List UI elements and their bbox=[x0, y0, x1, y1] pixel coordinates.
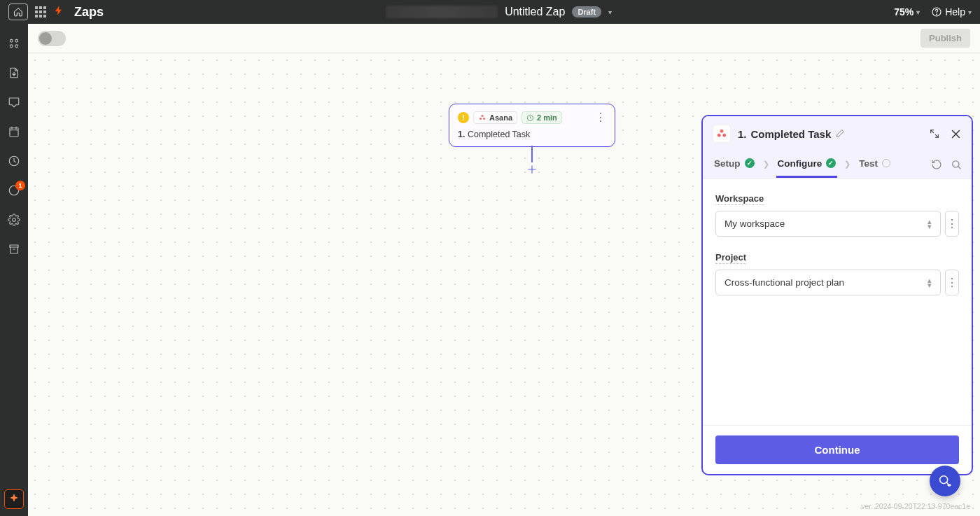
panel-title-text: Completed Task bbox=[751, 128, 832, 140]
time-chip-label: 2 min bbox=[537, 113, 557, 122]
chevron-right-icon: ❯ bbox=[763, 160, 769, 169]
assistant-fab[interactable] bbox=[930, 466, 960, 496]
updown-icon: ▴▾ bbox=[927, 278, 932, 288]
help-icon bbox=[931, 6, 942, 18]
zoom-value: 75% bbox=[894, 6, 913, 18]
field-project: Project Cross-functional project plan ▴▾… bbox=[715, 251, 959, 295]
header-section-title: Zaps bbox=[74, 5, 104, 20]
edit-icon[interactable] bbox=[835, 129, 845, 139]
svg-point-13 bbox=[483, 118, 485, 120]
panel-header: 1. Completed Task bbox=[703, 116, 972, 150]
undo-icon[interactable] bbox=[931, 159, 942, 170]
sidebar-item-archive[interactable] bbox=[7, 242, 21, 256]
svg-rect-10 bbox=[10, 245, 18, 247]
step-node-1[interactable]: ! Asana 2 min ⋮ 1. Completed Task bbox=[449, 104, 615, 147]
canvas[interactable]: ! Asana 2 min ⋮ 1. Completed Task 1. bbox=[28, 53, 980, 516]
node-step-number: 1. bbox=[458, 130, 465, 139]
chevron-down-icon: ▾ bbox=[968, 8, 972, 16]
node-step-title: Completed Task bbox=[468, 130, 530, 139]
workspace-more-button[interactable]: ⋮ bbox=[945, 211, 959, 237]
empty-status-icon bbox=[882, 159, 890, 167]
svg-point-15 bbox=[720, 130, 724, 133]
warning-icon: ! bbox=[458, 112, 469, 123]
workspace-label: Workspace bbox=[715, 193, 764, 205]
tab-configure-label: Configure bbox=[778, 158, 822, 169]
sidebar-item-comments[interactable] bbox=[7, 95, 21, 109]
apps-grid-icon[interactable] bbox=[35, 6, 46, 18]
check-icon: ✓ bbox=[745, 158, 755, 168]
config-panel: 1. Completed Task Setup ✓ ❯ Configure ✓ … bbox=[701, 115, 973, 475]
version-text: ver. 2024-09-20T22:13-970eac1e bbox=[861, 502, 970, 510]
workspace-select[interactable]: My workspace ▴▾ bbox=[715, 211, 941, 237]
project-value: Cross-functional project plan bbox=[724, 277, 844, 288]
chevron-down-icon[interactable]: ▾ bbox=[608, 8, 612, 16]
sidebar-item-alerts[interactable]: 1 bbox=[7, 183, 21, 197]
chat-ai-icon bbox=[937, 473, 953, 489]
sidebar-item-export[interactable] bbox=[7, 66, 21, 80]
toggle-knob bbox=[39, 32, 52, 45]
asana-icon bbox=[715, 127, 728, 140]
zap-name[interactable]: Untitled Zap bbox=[505, 6, 565, 18]
check-icon: ✓ bbox=[826, 158, 836, 168]
chevron-right-icon: ❯ bbox=[844, 160, 850, 169]
home-button[interactable] bbox=[8, 4, 28, 20]
project-more-button[interactable]: ⋮ bbox=[945, 270, 959, 295]
svg-point-11 bbox=[481, 115, 483, 117]
continue-button[interactable]: Continue bbox=[715, 435, 959, 464]
enable-toggle[interactable] bbox=[38, 31, 66, 46]
sidebar-ai-button[interactable] bbox=[4, 489, 24, 509]
home-icon bbox=[13, 7, 23, 17]
app-chip-asana: Asana bbox=[473, 111, 517, 124]
sub-toolbar: Publish bbox=[28, 24, 980, 53]
panel-header-actions bbox=[929, 128, 962, 140]
close-icon[interactable] bbox=[950, 128, 962, 140]
svg-rect-6 bbox=[10, 128, 18, 137]
alert-badge: 1 bbox=[15, 181, 25, 190]
tab-setup-label: Setup bbox=[714, 158, 741, 169]
sidebar-item-settings[interactable] bbox=[7, 213, 21, 227]
header-center: Untitled Zap Draft ▾ bbox=[104, 6, 894, 18]
tab-test[interactable]: Test bbox=[858, 151, 892, 178]
help-button[interactable]: Help ▾ bbox=[931, 6, 972, 18]
tab-setup[interactable]: Setup ✓ bbox=[713, 151, 756, 178]
panel-body: Workspace My workspace ▴▾ ⋮ Project Cros… bbox=[703, 179, 972, 425]
svg-point-12 bbox=[479, 118, 482, 120]
publish-button[interactable]: Publish bbox=[920, 29, 970, 48]
updown-icon: ▴▾ bbox=[927, 219, 932, 229]
panel-tabs: Setup ✓ ❯ Configure ✓ ❯ Test bbox=[703, 150, 972, 179]
workspace-value: My workspace bbox=[724, 218, 785, 229]
project-select[interactable]: Cross-functional project plan ▴▾ bbox=[715, 270, 941, 295]
project-label: Project bbox=[715, 252, 746, 264]
asana-icon bbox=[478, 113, 486, 122]
left-sidebar: 1 bbox=[0, 24, 28, 516]
sidebar-item-calendar[interactable] bbox=[7, 125, 21, 139]
sidebar-item-overview[interactable] bbox=[7, 36, 21, 50]
header-left: Zaps bbox=[8, 4, 104, 20]
svg-point-4 bbox=[10, 45, 13, 48]
clock-icon bbox=[526, 114, 534, 122]
node-connector bbox=[531, 146, 533, 162]
app-header: Zaps Untitled Zap Draft ▾ 75% ▾ Help ▾ bbox=[0, 0, 980, 24]
panel-app-icon bbox=[713, 125, 731, 143]
add-step-button[interactable] bbox=[525, 162, 539, 176]
help-label: Help bbox=[945, 6, 965, 18]
tab-test-label: Test bbox=[859, 158, 878, 169]
field-workspace: Workspace My workspace ▴▾ ⋮ bbox=[715, 192, 959, 237]
panel-title: 1. Completed Task bbox=[738, 128, 845, 140]
panel-tab-actions bbox=[931, 159, 962, 170]
redacted-path bbox=[386, 6, 498, 18]
zoom-control[interactable]: 75% ▾ bbox=[894, 6, 920, 18]
svg-point-2 bbox=[10, 39, 13, 42]
expand-icon[interactable] bbox=[929, 128, 940, 139]
svg-point-5 bbox=[15, 45, 18, 48]
node-top-row: ! Asana 2 min ⋮ bbox=[458, 111, 606, 124]
search-icon[interactable] bbox=[951, 159, 962, 170]
svg-point-9 bbox=[13, 218, 16, 222]
panel-title-prefix: 1. bbox=[738, 128, 747, 140]
tab-configure[interactable]: Configure ✓ bbox=[776, 151, 838, 178]
sidebar-item-history[interactable] bbox=[7, 154, 21, 168]
svg-point-3 bbox=[15, 39, 18, 42]
node-title: 1. Completed Task bbox=[458, 130, 606, 139]
status-badge: Draft bbox=[572, 6, 601, 18]
bolt-icon bbox=[53, 5, 64, 19]
